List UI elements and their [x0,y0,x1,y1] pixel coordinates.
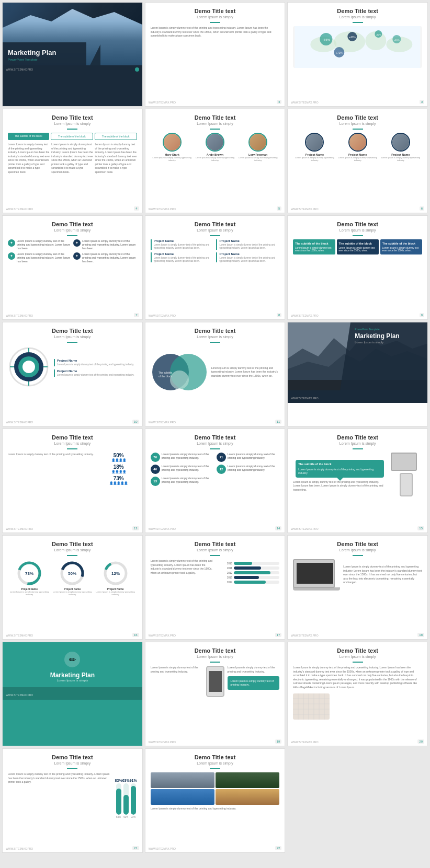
slide-title: Demo Title text [293,434,422,441]
donut-svg-1: 73% [16,560,42,586]
footer: WWW.SITE2MAX.PRO [6,421,33,424]
bar-row-2: 2011 [217,566,279,570]
slide-12: PowerPoint Template Marketing Plan Lorem… [287,322,428,426]
donut-3: 12% Project Name Lorem Ipsum is simply d… [94,560,137,596]
slide-title: Demo Title text [293,114,422,121]
slide-subtitle: Lorem Ipsum is simply [151,15,280,19]
slide-subtitle: Lorem Ipsum is simply [151,442,280,445]
teal-sub: Lorem Ipsum is simply [8,679,137,682]
stat-3: 73% 👤👤👤👤👤 [100,476,137,485]
slide-subtitle: Lorem Ipsum is simply [151,655,280,658]
stat-icons-2: 👤👤👤👤 [100,470,137,473]
footer: WWW.SITE2MAX.PRO [291,101,318,104]
stat-num-3: 13 [151,477,160,486]
project-block-2: Project Name Lorem Ipsum is simply dummy… [216,239,279,250]
stat-num-5: 12 [217,465,226,474]
slide-subtitle: Lorem Ipsum is simply [293,655,422,658]
tab-2[interactable]: The subtitle of the block [51,133,93,140]
project-member-1: Project Name Lorem Ipsum is simply dummy… [293,133,336,161]
title-overlay: Marketing Plan PowerPoint Template [3,42,86,65]
underline-accent [210,342,220,343]
bar-row-5: 2014 [217,581,279,584]
thermo-wrap-3 [131,783,136,815]
footer: WWW.SITE2MAX.PRO [149,847,176,850]
underline-accent [67,448,77,449]
photo-3 [151,789,214,805]
thermo-wrap-2 [123,783,129,815]
list-icon-4: ✦ [73,252,81,260]
slide-title: Demo Title text [151,328,280,334]
footer: WWW.SITE2MAX.PRO [149,314,176,317]
stats-right: 50% 👤👤👤👤 18% 👤👤👤👤 73% 👤👤👤👤👤 [100,453,137,485]
slide-title: Demo Title text [8,221,137,227]
bar-track-3 [234,571,279,574]
stats-body: Lorem Ipsum is simply dummy text of the … [8,453,97,485]
phone-mockup [400,473,413,496]
slide-number: 11 [275,420,282,424]
underline-accent [353,448,363,449]
venn-svg: The subtitle of the block [151,349,208,396]
phone-content: Lorem Ipsum is simply dummy text of the … [151,666,280,697]
bubble-text: Lorem Ipsum is simply dummy text of the … [298,468,374,474]
long-body: Lorem Ipsum is simply dummy text of the … [293,666,422,689]
stats-text: Lorem Ipsum is simply dummy text of the … [8,453,97,457]
slide-22: Demo Title text Lorem Ipsum is simply Lo… [2,748,143,853]
stat-pct-1: 50% [100,453,137,458]
slide-17: Demo Title text Lorem Ipsum is simply Lo… [145,535,286,640]
slide-subtitle: Lorem Ipsum is simply [8,442,137,445]
slide-number: 17 [275,633,282,637]
footer: WWW.SITE2MAX.PRO [6,527,33,530]
footer: WWW.SITE2MAX.PRO [291,314,318,317]
footer: WWW.SITE2MAX.PRO [149,634,176,637]
avatar-p2 [348,133,367,152]
venn-content: The subtitle of the block Lorem Ipsum is… [151,346,280,398]
teal-title: Marketing Plan [8,672,137,679]
slide-21: Demo Title text Lorem Ipsum is simply Lo… [287,642,428,746]
tab-3[interactable]: The subtitle of the block [95,133,137,140]
avatar-2 [206,133,224,152]
cover-title: Marketing Plan [8,49,81,57]
footer: WWW.SITE2MAX.PRO [149,740,176,744]
slide-subtitle: Lorem Ipsum is simply [151,335,280,339]
proj-text-2: Lorem Ipsum is simply dummy text of the … [219,244,279,250]
p2-text: Lorem Ipsum is simply dummy text of the … [57,374,137,377]
underline-accent [210,448,220,449]
slide-15: Demo Title text Lorem Ipsum is simply Th… [287,429,428,533]
bar-row-3: 2012 [217,571,279,574]
speech-col: The subtitle of the block Lorem Ipsum is… [293,457,387,492]
svg-point-18 [22,361,35,373]
donut-sub-3: Lorem Ipsum is simply dummy typesetting … [94,591,137,596]
proj-name-4: Project Name [219,252,279,256]
slide-5: Demo Title text Lorem Ipsum is simply Ma… [145,109,286,213]
project-1: Project Name Lorem Ipsum is simply dummy… [54,359,137,366]
card-title-2: The subtitle of the block [339,242,377,245]
footer: WWW.SITE2MAX.PRO [291,527,318,530]
tab-1[interactable]: The subtitle of the block [8,133,49,140]
slide-subtitle: Lorem Ipsum is simply [151,122,280,125]
teal-pencil-icon: ✏ [64,652,80,667]
left-para: Lorem Ipsum is simply dummy text of the … [151,666,203,674]
slide-number: 19 [275,739,282,744]
stat-text-3: Lorem Ipsum is simply dummy text of the … [162,477,213,484]
svg-text:of the block: of the block [159,375,172,378]
proj-name-1: Project Name [154,239,214,242]
slide-subtitle: Lorem Ipsum is simply [293,442,422,445]
slide-title: Demo Title text [8,434,137,441]
logo-dot [135,67,139,72]
bar-track-1 [234,562,279,565]
bar-content: Lorem Ipsum is simply dummy text of the … [151,559,280,588]
photo-grid [151,772,280,805]
svg-text:+12%: +12% [376,33,381,36]
laptop-content: Lorem Ipsum is simply dummy text of the … [293,559,422,591]
donut-1: 73% Project Name Lorem Ipsum is simply d… [8,560,51,596]
bar-label-4: 2013 [217,576,232,579]
p1-name: Project Name [57,359,137,362]
speech-bubble: The subtitle of the block Lorem Ipsum is… [296,460,384,478]
footer: WWW.SITE2MAX.PRO [149,527,176,530]
bar-chart: 2010 2011 2012 [217,562,279,585]
tab-content: Lorem Ipsum is simply dummy text of the … [8,143,137,174]
p1-text: Lorem Ipsum is simply dummy text of the … [57,363,137,366]
slide-number: 20 [417,739,424,744]
p2-name: Project Name [57,369,137,373]
donut-2: 50% Project Name Lorem Ipsum is simply d… [51,560,94,596]
